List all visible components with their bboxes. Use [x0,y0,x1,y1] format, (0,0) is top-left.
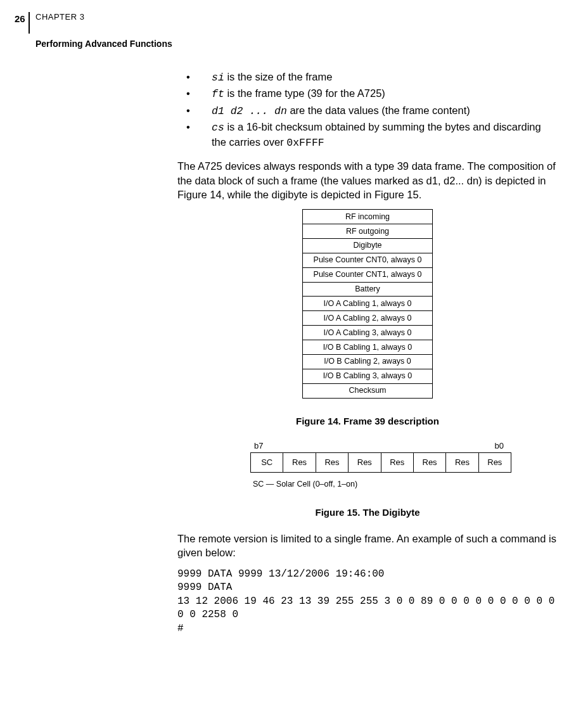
table-row: Checksum [303,383,433,398]
list-item: •si is the size of the frame [177,70,558,85]
bit-cell: SC [251,453,283,473]
table-row: I/O A Cabling 1, always 0 [303,297,433,311]
page-header: 26 CHAPTER 3 Performing Advanced Functio… [15,11,172,50]
figure-14-table: RF incoming RF outgoing Digibyte Pulse C… [302,209,433,398]
bit-cell: Res [283,453,316,473]
paragraph: The remote version is limited to a singl… [177,532,558,560]
table-row: Pulse Counter CNT0, always 0 [303,253,433,267]
bit-cell: Res [316,453,348,473]
header-rule [29,12,30,34]
table-row: I/O B Cabling 2, aways 0 [303,354,433,369]
list-item-text: are the data values (the frame content) [287,105,470,116]
list-item-text: is the frame type (39 for the A725) [224,87,385,99]
code-inline: d1 d2 ... dn [212,105,287,117]
bullet-list: •si is the size of the frame •ft is the … [177,70,558,150]
bit-cell: Res [381,453,413,473]
bit-cell: Res [349,453,381,473]
table-row: RF outgoing [303,224,433,239]
figure-14-caption: Figure 14. Frame 39 description [177,415,558,428]
table-row: I/O B Cabling 1, always 0 [303,340,433,355]
table-row: I/O B Cabling 3, always 0 [303,369,433,383]
digibyte-table: SC Res Res Res Res Res Res Res [250,452,511,473]
list-item: •d1 d2 ... dn are the data values (the f… [177,103,558,118]
code-block: 9999 DATA 9999 13/12/2006 19:46:00 9999 … [177,568,558,636]
table-row: Battery [303,282,433,297]
bit-label-b0: b0 [495,440,504,452]
list-item: •cs is a 16-bit checksum obtained by sum… [177,120,558,151]
paragraph: The A725 devices always responds with a … [177,159,558,201]
bit-label-b7: b7 [254,440,263,452]
bit-cell: Res [446,453,478,473]
list-item: •ft is the frame type (39 for the A725) [177,86,558,101]
page-content: •si is the size of the frame •ft is the … [177,70,558,635]
table-row: I/O A Cabling 2, always 0 [303,311,433,326]
table-row: I/O A Cabling 3, always 0 [303,326,433,340]
table-row: Digibyte [303,238,433,253]
page-number: 26 [15,13,25,24]
table-row: RF incoming [303,210,433,224]
bit-cell: Res [413,453,445,473]
list-item-text: is a 16-bit checksum obtained by summing… [212,121,541,148]
table-row: Pulse Counter CNT1, always 0 [303,267,433,282]
figure-15-caption: Figure 15. The Digibyte [177,506,558,519]
code-inline: 0xFFFF [286,137,324,149]
code-inline: cs [212,122,224,134]
code-inline: si [212,72,224,84]
bit-cell: Res [478,453,511,473]
chapter-label: CHAPTER 3 [35,11,84,23]
figure-15-diagram: b7 b0 SC Res Res Res Res Res Res Res SC … [250,440,511,490]
sc-note: SC — Solar Cell (0–off, 1–on) [253,479,511,490]
chapter-title: Performing Advanced Functions [35,38,172,50]
list-item-text: is the size of the frame [224,71,333,82]
code-inline: ft [212,88,224,100]
